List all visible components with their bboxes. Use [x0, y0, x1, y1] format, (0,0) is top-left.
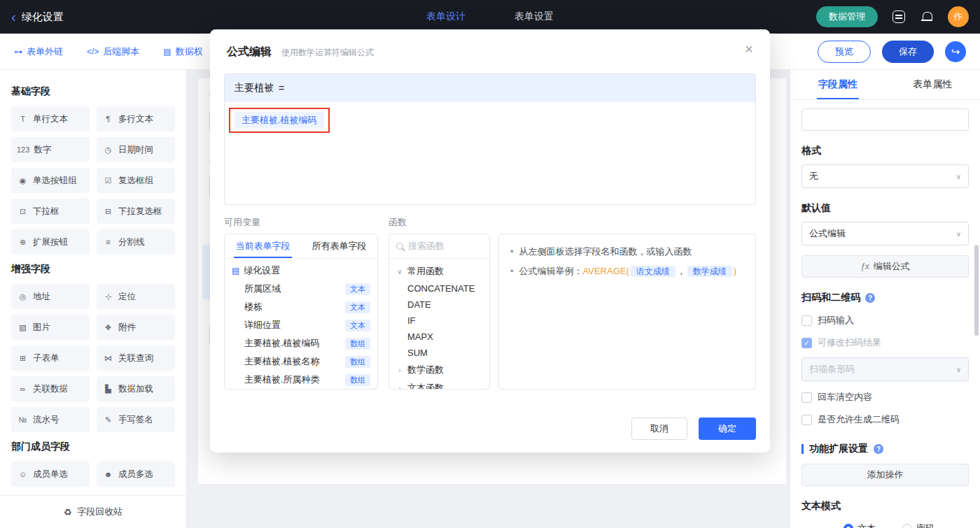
- field-location[interactable]: ⊹定位: [97, 284, 175, 309]
- field-subform[interactable]: ⊞子表单: [11, 345, 90, 371]
- checkbox-unchecked-icon[interactable]: [802, 415, 812, 425]
- field-divider[interactable]: ≡分割线: [97, 229, 175, 255]
- data-permission-link[interactable]: ▤ 数据权: [163, 45, 202, 58]
- scan-editable-checkbox-row[interactable]: ✓ 可修改扫码结果: [802, 336, 969, 349]
- example-tag-math-score[interactable]: 数学成绩: [687, 266, 732, 277]
- help-question-icon[interactable]: ?: [874, 444, 883, 454]
- function-item[interactable]: CONCATENATE: [389, 280, 489, 297]
- field-multi-line-text[interactable]: ¶多行文本: [97, 106, 175, 131]
- checkbox-checked-icon[interactable]: ✓: [802, 338, 812, 348]
- default-value-select[interactable]: 公式编辑 ∨: [802, 222, 969, 245]
- format-select[interactable]: 无 ∨: [802, 164, 969, 188]
- confirm-button[interactable]: 确定: [699, 418, 756, 440]
- field-datetime[interactable]: ◷日期时间: [97, 137, 175, 162]
- function-group-math[interactable]: › 数学函数: [389, 361, 489, 379]
- field-multi-select[interactable]: ⊟下拉复选框: [97, 199, 175, 224]
- field-serial-number[interactable]: №流水号: [11, 407, 90, 432]
- radio-password[interactable]: 密码: [902, 522, 934, 528]
- save-button[interactable]: 保存: [882, 41, 934, 63]
- variable-name: 主要植被.所属种类: [244, 373, 320, 386]
- avatar[interactable]: 作: [948, 6, 969, 27]
- edit-formula-label: 编辑公式: [874, 260, 910, 273]
- tab-form-design[interactable]: 表单设计: [426, 10, 465, 23]
- function-item[interactable]: MAPX: [389, 329, 489, 345]
- variable-row[interactable]: 详细位置文本: [225, 316, 377, 334]
- formula-variable-tag[interactable]: 主要植被.植被编码: [234, 112, 324, 129]
- share-button[interactable]: ↪: [945, 41, 966, 62]
- tab-field-properties[interactable]: 字段属性: [790, 70, 886, 99]
- field-data-load[interactable]: ▙数据加载: [97, 376, 175, 401]
- panel-scrollbar-thumb[interactable]: [974, 245, 979, 336]
- variable-row[interactable]: 主要植被.植被名称数组: [225, 352, 377, 371]
- toolbar-right: 预览 保存 ↪: [818, 41, 966, 63]
- data-manage-button[interactable]: 数据管理: [816, 6, 878, 27]
- field-lookup-query[interactable]: ⋈关联查询: [97, 345, 175, 371]
- field-signature[interactable]: ✎手写签名: [97, 407, 175, 432]
- cancel-button[interactable]: 取消: [631, 418, 687, 440]
- back-button[interactable]: ‹ 绿化设置: [11, 10, 64, 24]
- help-question-icon[interactable]: ?: [865, 293, 875, 303]
- multi-line-text-icon: ¶: [102, 115, 114, 123]
- variable-row[interactable]: 楼栋文本: [225, 298, 377, 316]
- variable-row[interactable]: 所属区域文本: [225, 280, 377, 298]
- field-checkbox-group[interactable]: ☑复选框组: [97, 168, 175, 193]
- function-item[interactable]: SUM: [389, 345, 489, 361]
- attachment-icon: ❖: [102, 323, 114, 332]
- field-member-single[interactable]: ☺成员单选: [11, 462, 90, 487]
- text-mode-label: 文本模式: [802, 500, 969, 513]
- function-search[interactable]: 搜索函数: [389, 234, 489, 259]
- close-icon[interactable]: ×: [745, 42, 753, 56]
- formula-editor[interactable]: 主要植被 = 主要植被.植被编码: [224, 73, 756, 205]
- variable-row[interactable]: 主要植被.所属种类数组: [225, 371, 377, 389]
- function-item[interactable]: IF: [389, 313, 489, 329]
- field-single-line-text[interactable]: T单行文本: [11, 106, 90, 131]
- field-radio-group[interactable]: ◉单选按钮组: [11, 168, 90, 193]
- scan-section-header: 扫码和二维码 ?: [802, 292, 969, 304]
- radio-text[interactable]: 文本: [844, 522, 876, 528]
- example-tag-chinese-score[interactable]: 语文成绩: [631, 266, 676, 277]
- field-extend-button[interactable]: ⊕扩展按钮: [11, 229, 90, 255]
- chevron-down-icon: ∨: [396, 268, 403, 276]
- checkbox-unchecked-icon[interactable]: [802, 315, 812, 326]
- checkbox-group-icon: ☑: [102, 176, 114, 185]
- group-label: 常用函数: [407, 265, 444, 278]
- tab-form-settings[interactable]: 表单设置: [514, 10, 554, 23]
- function-item[interactable]: DATE: [389, 297, 489, 313]
- variables-tree-root[interactable]: ▤ 绿化设置: [225, 259, 377, 280]
- field-attachment[interactable]: ❖附件: [97, 315, 175, 340]
- field-member-multi[interactable]: ☻成员多选: [97, 462, 175, 487]
- signature-icon: ✎: [102, 415, 114, 424]
- tab-form-properties[interactable]: 表单属性: [886, 70, 980, 99]
- field-number[interactable]: 123数字: [11, 137, 90, 162]
- variable-row[interactable]: 主要植被.植被编码数组: [225, 334, 377, 352]
- field-address[interactable]: ◎地址: [11, 284, 90, 309]
- formula-body[interactable]: 主要植被.植被编码: [225, 102, 755, 138]
- radio-password-label: 密码: [916, 522, 934, 528]
- field-palette-sidebar: 基础字段 T单行文本 ¶多行文本 123数字 ◷日期时间 ◉单选按钮组 ☑复选框…: [0, 70, 187, 528]
- checkbox-unchecked-icon[interactable]: [802, 392, 812, 403]
- notification-bell-icon[interactable]: [920, 10, 934, 24]
- preview-button[interactable]: 预览: [818, 41, 871, 63]
- field-linked-data[interactable]: ∞关联数据: [11, 376, 90, 401]
- field-recycle-bin[interactable]: ♻ 字段回收站: [0, 495, 186, 528]
- form-external-link[interactable]: ⊶ 表单外链: [14, 45, 63, 58]
- function-group-text[interactable]: › 文本函数: [389, 379, 489, 390]
- field-name-input[interactable]: [802, 108, 969, 131]
- edit-formula-button[interactable]: ƒx 编辑公式: [802, 255, 969, 278]
- section-basic-fields: 基础字段: [11, 85, 175, 98]
- add-action-button[interactable]: 添加操作: [802, 464, 969, 486]
- qr-allow-checkbox-row[interactable]: 是否允许生成二维码: [802, 413, 969, 426]
- function-group-common[interactable]: ∨ 常用函数: [389, 262, 489, 280]
- field-select[interactable]: ⊡下拉框: [11, 199, 90, 224]
- backend-script-link[interactable]: </> 后端脚本: [87, 45, 139, 58]
- tab-all-form-fields[interactable]: 所有表单字段: [301, 234, 377, 258]
- enter-clear-checkbox-row[interactable]: 回车清空内容: [802, 391, 969, 404]
- tab-current-form-fields[interactable]: 当前表单字段: [225, 234, 301, 258]
- scan-input-checkbox-row[interactable]: 扫码输入: [802, 314, 969, 327]
- field-image[interactable]: ▧图片: [11, 315, 90, 340]
- app-switcher-icon[interactable]: [892, 10, 906, 24]
- field-label: 单行文本: [33, 113, 68, 125]
- single-line-text-icon: T: [17, 115, 29, 123]
- data-load-icon: ▙: [102, 385, 114, 394]
- barcode-select-disabled[interactable]: 扫描条形码 ∨: [802, 357, 969, 381]
